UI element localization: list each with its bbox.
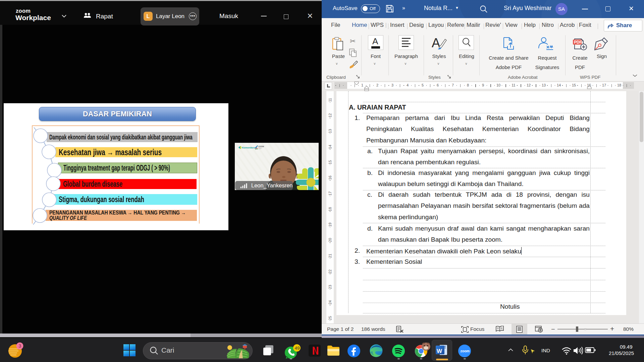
svg-text:zoom: zoom	[461, 349, 470, 353]
svg-text:PDF: PDF	[574, 40, 582, 45]
svg-text:3: 3	[19, 343, 21, 349]
svg-text:W: W	[437, 348, 442, 354]
svg-text:49: 49	[295, 346, 300, 351]
